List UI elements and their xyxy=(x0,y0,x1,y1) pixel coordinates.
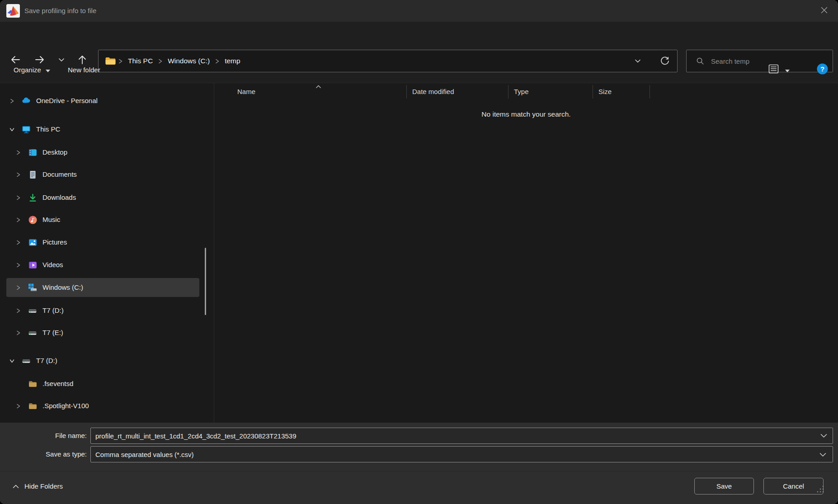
matlab-app-icon xyxy=(6,4,20,18)
sidebar-item-label: Downloads xyxy=(42,188,76,207)
sidebar-item-this-pc[interactable]: This PC xyxy=(6,120,199,139)
help-button[interactable]: ? xyxy=(816,57,829,83)
new-folder-button[interactable]: New folder xyxy=(68,57,100,83)
chevron-right-icon[interactable] xyxy=(14,193,22,202)
chevron-right-icon[interactable] xyxy=(14,238,22,246)
this-pc-icon xyxy=(21,124,31,134)
column-header-date-modified[interactable]: Date modified xyxy=(407,85,508,99)
hide-folders-label: Hide Folders xyxy=(24,482,63,490)
sort-ascending-icon xyxy=(315,82,321,90)
chevron-right-icon[interactable] xyxy=(14,283,22,292)
file-fields-panel: File name: Save as type: Comma separated… xyxy=(0,423,838,504)
chevron-right-icon[interactable] xyxy=(14,402,22,410)
column-header-row: NameDate modifiedTypeSize xyxy=(214,84,650,99)
sidebar-item-videos[interactable]: Videos xyxy=(6,255,199,274)
sidebar-item-label: Videos xyxy=(42,255,63,274)
cancel-button[interactable]: Cancel xyxy=(763,478,824,495)
title-bar: Save profiling info to file xyxy=(0,0,838,22)
sidebar-item-t7-e[interactable]: T7 (E:) xyxy=(6,323,199,342)
chevron-down-icon[interactable] xyxy=(8,125,16,133)
sidebar-item-documents[interactable]: Documents xyxy=(6,165,199,184)
help-icon: ? xyxy=(816,63,829,77)
sidebar-item-label: Music xyxy=(42,210,60,229)
sidebar-item-label: OneDrive - Personal xyxy=(36,91,98,110)
chevron-right-icon[interactable] xyxy=(14,170,22,179)
new-folder-label: New folder xyxy=(68,66,100,74)
chevron-down-icon xyxy=(819,447,826,463)
chevron-right-icon[interactable] xyxy=(14,216,22,224)
close-icon xyxy=(820,6,829,16)
sidebar-item-label: Documents xyxy=(42,165,77,184)
videos-icon xyxy=(28,260,38,270)
sidebar-item-downloads[interactable]: Downloads xyxy=(6,188,199,207)
folder-icon xyxy=(28,379,38,389)
sidebar-item-t7-d[interactable]: T7 (D:) xyxy=(6,301,199,320)
save-as-type-select[interactable]: Comma separated values (*.csv) xyxy=(90,446,833,462)
save-dialog-window: Save profiling info to file xyxy=(0,0,838,504)
hide-folders-button[interactable]: Hide Folders xyxy=(13,478,63,494)
sidebar-item-onedrive-personal[interactable]: OneDrive - Personal xyxy=(6,91,199,110)
chevron-right-icon[interactable] xyxy=(14,148,22,156)
chevron-right-icon[interactable] xyxy=(14,329,22,337)
external-drive-icon xyxy=(28,328,38,338)
file-name-input[interactable] xyxy=(90,428,833,444)
documents-icon xyxy=(28,170,38,179)
save-button[interactable]: Save xyxy=(694,478,754,495)
save-as-type-label: Save as type: xyxy=(0,446,87,462)
sidebar-scrollbar[interactable] xyxy=(205,248,206,315)
external-drive-icon xyxy=(28,306,38,316)
details-view-icon xyxy=(767,63,780,77)
close-button[interactable] xyxy=(814,1,834,21)
pictures-icon xyxy=(28,237,38,247)
downloads-icon xyxy=(28,193,38,203)
sidebar-item-fseventsd[interactable]: .fseventsd xyxy=(6,374,199,393)
view-options-button[interactable] xyxy=(767,57,790,83)
sidebar-item-spotlight-v100[interactable]: .Spotlight-V100 xyxy=(6,396,199,415)
folder-icon xyxy=(28,401,38,411)
command-toolbar: Organize New folder ? xyxy=(0,57,838,83)
chevron-down-icon[interactable] xyxy=(8,357,16,365)
dropdown-triangle-icon xyxy=(46,66,50,74)
sidebar-item-label: Pictures xyxy=(42,233,67,252)
svg-text:?: ? xyxy=(820,65,824,73)
sidebar-item-label: .fseventsd xyxy=(42,374,73,393)
windows-drive-icon xyxy=(28,283,38,292)
chevron-up-icon xyxy=(13,482,19,490)
sidebar-item-t7-d[interactable]: T7 (D:) xyxy=(6,351,199,370)
chevron-right-icon[interactable] xyxy=(14,306,22,315)
column-header-size[interactable]: Size xyxy=(593,85,650,99)
file-name-label: File name: xyxy=(0,428,87,444)
sidebar-item-windows-c[interactable]: Windows (C:) xyxy=(6,278,199,297)
sidebar-item-label: This PC xyxy=(36,120,60,139)
file-name-dropdown-icon[interactable] xyxy=(820,428,827,444)
column-header-name[interactable]: Name xyxy=(214,85,407,99)
sidebar-item-label: T7 (E:) xyxy=(42,323,63,342)
navigation-pane: OneDrive - PersonalThis PCDesktopDocumen… xyxy=(0,83,214,423)
sidebar-item-label: T7 (D:) xyxy=(42,301,64,320)
sidebar-item-label: .Spotlight-V100 xyxy=(42,396,89,415)
save-as-type-value: Comma separated values (*.csv) xyxy=(95,451,194,458)
sidebar-item-pictures[interactable]: Pictures xyxy=(6,233,199,252)
organize-label: Organize xyxy=(14,66,41,74)
window-title: Save profiling info to file xyxy=(24,0,96,22)
sidebar-item-music[interactable]: Music xyxy=(6,210,199,229)
file-list-pane: NameDate modifiedTypeSize No items match… xyxy=(214,83,838,423)
desktop-icon xyxy=(28,147,38,157)
chevron-right-icon[interactable] xyxy=(8,97,16,105)
sidebar-item-label: Windows (C:) xyxy=(42,278,83,297)
sidebar-item-label: Desktop xyxy=(42,143,67,162)
resize-grip[interactable] xyxy=(816,485,824,495)
sidebar-item-desktop[interactable]: Desktop xyxy=(6,143,199,162)
music-icon xyxy=(28,215,38,225)
sidebar-item-label: T7 (D:) xyxy=(36,351,57,370)
organize-button[interactable]: Organize xyxy=(14,57,50,83)
content-area: OneDrive - PersonalThis PCDesktopDocumen… xyxy=(0,83,838,423)
column-header-type[interactable]: Type xyxy=(508,85,593,99)
empty-folder-message: No items match your search. xyxy=(214,110,838,118)
chevron-right-icon[interactable] xyxy=(14,261,22,269)
dropdown-triangle-icon xyxy=(785,66,790,74)
dialog-footer: Hide Folders Save Cancel xyxy=(0,471,838,504)
onedrive-icon xyxy=(21,96,31,106)
external-drive-icon xyxy=(21,356,31,366)
